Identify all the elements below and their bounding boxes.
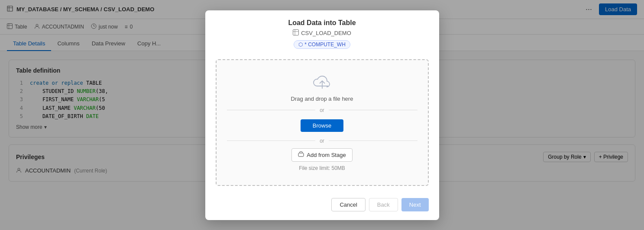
svg-rect-11	[293, 29, 299, 35]
drop-zone[interactable]: Drag and drop a file here or Browse or	[216, 59, 429, 186]
cloud-upload-icon	[227, 74, 417, 91]
table-icon-small	[293, 29, 299, 37]
add-from-stage-button[interactable]: Add from Stage	[291, 148, 352, 162]
svg-rect-15	[298, 153, 304, 157]
dialog-footer: Cancel Back Next	[205, 193, 439, 220]
next-button[interactable]: Next	[401, 198, 429, 211]
file-size-limit: File size limit: 50MB	[227, 165, 417, 171]
warehouse-label: * COMPUTE_WH	[304, 42, 346, 48]
subtitle-table-name: CSV_LOAD_DEMO	[301, 30, 351, 36]
cancel-button[interactable]: Cancel	[331, 198, 365, 211]
warehouse-icon: ⬡	[298, 42, 303, 48]
browse-button[interactable]: Browse	[301, 119, 343, 132]
modal-overlay: Load Data into Table CSV_LOAD_DEMO ⬡ * C…	[0, 0, 644, 230]
or-divider-2: or	[227, 138, 417, 144]
back-button[interactable]: Back	[369, 198, 398, 211]
or-divider-1: or	[227, 107, 417, 113]
warehouse-badge: ⬡ * COMPUTE_WH	[294, 40, 350, 49]
stage-icon	[298, 151, 304, 159]
dialog-header: Load Data into Table CSV_LOAD_DEMO ⬡ * C…	[205, 10, 439, 54]
dialog-title: Load Data into Table	[216, 19, 429, 27]
dialog-subtitle: CSV_LOAD_DEMO	[216, 29, 429, 37]
load-data-dialog: Load Data into Table CSV_LOAD_DEMO ⬡ * C…	[205, 10, 439, 220]
drop-text: Drag and drop a file here	[227, 96, 417, 102]
dialog-body: Drag and drop a file here or Browse or	[205, 54, 439, 193]
